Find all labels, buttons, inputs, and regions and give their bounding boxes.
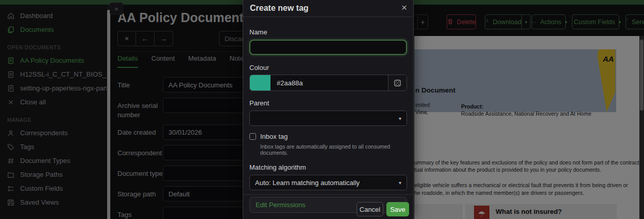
matching-algorithm-label: Matching algorithm bbox=[249, 163, 407, 171]
modal-header: Create new tag × bbox=[243, 0, 413, 17]
modal-body: Name Colour Parent ▾ Inbox tag Inbox tag… bbox=[249, 17, 407, 213]
colour-hex-input[interactable] bbox=[270, 75, 388, 90]
modal-footer: Cancel Save bbox=[243, 194, 413, 219]
caret-down-icon: ▾ bbox=[399, 116, 401, 121]
inbox-tag-row: Inbox tag bbox=[249, 133, 407, 140]
parent-label: Parent bbox=[249, 99, 407, 107]
close-icon[interactable]: × bbox=[401, 2, 407, 13]
save-label: Save bbox=[390, 206, 405, 213]
matching-algorithm-select[interactable]: Auto: Learn matching automatically ▾ bbox=[249, 175, 407, 190]
inbox-tag-label: Inbox tag bbox=[260, 133, 288, 140]
caret-down-icon: ▾ bbox=[399, 180, 401, 186]
dice-icon bbox=[394, 79, 401, 87]
paperless-app: Dashboard Documents OPEN DOCUMENTS AA Po… bbox=[0, 0, 644, 219]
modal-title: Create new tag bbox=[250, 4, 309, 13]
cancel-button[interactable]: Cancel bbox=[357, 202, 383, 216]
inbox-tag-hint: Inbox tags are automatically assigned to… bbox=[260, 143, 407, 156]
save-button[interactable]: Save bbox=[386, 202, 409, 216]
tag-name-input[interactable] bbox=[249, 40, 407, 55]
parent-select[interactable]: ▾ bbox=[249, 111, 407, 126]
matching-algorithm-value: Auto: Learn matching automatically bbox=[255, 179, 360, 187]
cancel-label: Cancel bbox=[360, 206, 380, 213]
colour-input-group bbox=[249, 75, 407, 91]
colour-label: Colour bbox=[249, 64, 407, 71]
create-tag-modal: Create new tag × Name Colour Parent ▾ In bbox=[243, 0, 414, 219]
colour-swatch bbox=[250, 75, 270, 90]
inbox-tag-checkbox[interactable] bbox=[249, 133, 256, 140]
random-colour-button[interactable] bbox=[388, 75, 406, 90]
name-label: Name bbox=[249, 28, 407, 36]
